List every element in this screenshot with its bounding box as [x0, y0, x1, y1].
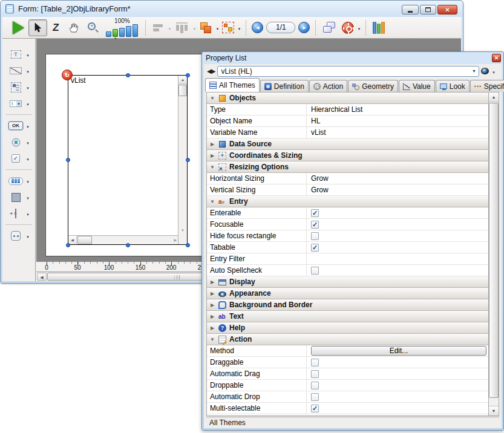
align-button-disabled[interactable]: [149, 19, 166, 36]
property-list-title-bar[interactable]: Property List: [202, 52, 503, 64]
selection-handle-top-right[interactable]: [186, 73, 190, 77]
align-dropdown-arrow[interactable]: [166, 24, 172, 32]
line-tool-button[interactable]: [5, 63, 33, 78]
disclosure-triangle[interactable]: ▶: [209, 314, 215, 319]
plugin-tool-dropdown[interactable]: [25, 232, 31, 240]
scroll-thumb[interactable]: [77, 236, 92, 244]
tab-value[interactable]: Value: [399, 80, 435, 92]
prop-value[interactable]: Hierarchical List: [307, 104, 488, 115]
zoom-bar-100-selected[interactable]: [113, 29, 118, 37]
section-row-resizing[interactable]: ▼Resizing Options: [207, 161, 488, 173]
selection-handle-top-mid[interactable]: [126, 73, 130, 77]
zoom-bar-800[interactable]: [133, 24, 138, 37]
draggable-checkbox[interactable]: [311, 359, 319, 366]
tab-look[interactable]: Look: [436, 80, 470, 92]
section-row-display[interactable]: ▶Display: [207, 276, 488, 288]
enterable-checkbox[interactable]: ✓: [311, 209, 319, 217]
maximize-button[interactable]: [420, 5, 436, 15]
tab-action[interactable]: Action: [309, 80, 347, 92]
previous-page-button[interactable]: ◀: [252, 22, 263, 33]
scroll-down-arrow[interactable]: ▼: [489, 406, 499, 415]
property-list-close-button[interactable]: ✕: [492, 54, 501, 62]
multi-selectable-checkbox[interactable]: ✓: [311, 405, 319, 412]
section-row-text[interactable]: ▶Text: [207, 311, 488, 322]
button-tool-dropdown[interactable]: [25, 122, 31, 130]
tab-specific[interactable]: Specific: [470, 80, 504, 92]
disclosure-triangle[interactable]: ▼: [209, 164, 215, 170]
scroll-right-arrow[interactable]: ▶: [174, 236, 177, 244]
zoom-bar-400[interactable]: [126, 26, 131, 37]
zoom-tool-button[interactable]: +: [83, 19, 102, 36]
object-horizontal-scrollbar[interactable]: ◀ ▶: [68, 235, 178, 244]
disclosure-triangle[interactable]: ▶: [209, 325, 215, 331]
tab-all-themes[interactable]: All Themes: [205, 78, 260, 92]
scroll-left-arrow[interactable]: ◀: [68, 236, 77, 244]
distribute-dropdown-arrow[interactable]: [191, 24, 197, 32]
rectangle-tool-dropdown[interactable]: [25, 193, 31, 201]
section-row-data-source[interactable]: ▶Data Source: [207, 138, 488, 150]
level-button[interactable]: [197, 19, 214, 36]
group-dropdown-arrow[interactable]: [236, 24, 242, 32]
checkbox-tool-dropdown[interactable]: [25, 154, 31, 163]
buttonbar-tool-dropdown[interactable]: [25, 177, 31, 185]
zoom-bars[interactable]: [106, 24, 138, 37]
level-dropdown-arrow[interactable]: [214, 24, 220, 32]
combobox-tool-dropdown[interactable]: [25, 99, 31, 108]
scroll-up-arrow[interactable]: ▲: [178, 76, 187, 84]
prop-value[interactable]: Grow: [307, 184, 488, 195]
text-tool-button[interactable]: T: [5, 47, 33, 62]
page-indicator[interactable]: 1/1: [266, 22, 295, 33]
section-row-appearance[interactable]: ▶Appearance: [207, 288, 488, 299]
checkbox-tool-button[interactable]: ✓: [5, 151, 33, 166]
radio-tool-button[interactable]: [5, 135, 33, 149]
disclosure-triangle[interactable]: ▼: [209, 337, 215, 342]
rectangle-tool-button[interactable]: [5, 190, 33, 204]
hierarchical-list-object[interactable]: vList ▲ ▼ ◀ ▶: [68, 75, 188, 245]
disclosure-triangle[interactable]: ▶: [209, 153, 215, 158]
scroll-thumb[interactable]: [489, 103, 499, 398]
splitter-tool-dropdown[interactable]: [25, 209, 31, 218]
disclosure-triangle[interactable]: ▶: [209, 142, 215, 147]
buttonbar-tool-button[interactable]: [5, 174, 33, 188]
selection-handle-mid-left[interactable]: [66, 158, 70, 162]
form-properties-dropdown-arrow[interactable]: [356, 24, 362, 32]
zoom-bar-50[interactable]: [106, 31, 111, 37]
form-properties-button[interactable]: [340, 19, 356, 36]
hide-focus-checkbox[interactable]: [311, 232, 319, 240]
title-bar[interactable]: Form: [Table_2]ObjLibraryForm* ✕: [1, 1, 463, 17]
scroll-left-arrow[interactable]: ◀: [37, 273, 47, 281]
auto-spellcheck-checkbox[interactable]: [311, 267, 319, 275]
section-row-background-border[interactable]: ▶Background and Border: [207, 299, 488, 311]
section-row-objects[interactable]: ▼Objects: [207, 93, 488, 104]
distribute-button-disabled[interactable]: [172, 19, 191, 36]
selection-tool-button[interactable]: [28, 19, 47, 36]
radio-tool-dropdown[interactable]: [25, 138, 31, 146]
view-options-dropdown[interactable]: [491, 67, 497, 76]
disclosure-triangle[interactable]: ▼: [209, 199, 215, 204]
section-row-entry[interactable]: ▼Entry: [207, 196, 488, 207]
execute-form-button[interactable]: [8, 19, 28, 36]
zoom-level-control[interactable]: 100%: [106, 18, 138, 37]
disclosure-triangle[interactable]: ▶: [209, 291, 215, 296]
prop-value[interactable]: Grow: [307, 173, 488, 184]
combobox-tool-button[interactable]: I: [5, 96, 33, 111]
section-row-help[interactable]: ▶Help: [207, 322, 488, 334]
scroll-thumb[interactable]: [178, 85, 187, 96]
tab-definition[interactable]: Definition: [260, 80, 309, 92]
move-tool-button[interactable]: [64, 19, 83, 36]
views-button[interactable]: [319, 19, 340, 36]
plugin-tool-button[interactable]: [5, 229, 33, 243]
disclosure-triangle[interactable]: ▼: [209, 96, 215, 101]
group-button[interactable]: [220, 19, 236, 36]
focusable-checkbox[interactable]: ✓: [311, 221, 319, 229]
zoom-bar-200[interactable]: [119, 28, 125, 37]
section-row-coordinates[interactable]: ▶Coordinates & Sizing: [207, 150, 488, 161]
minimize-button[interactable]: [402, 5, 419, 15]
previous-object-arrow[interactable]: ◀▶: [207, 68, 215, 74]
combo-dropdown-arrow[interactable]: ▼: [472, 67, 476, 76]
section-row-action[interactable]: ▼Action: [207, 334, 488, 345]
next-page-button[interactable]: ▶: [298, 22, 310, 33]
button-tool-button[interactable]: OK: [5, 119, 33, 133]
text-tool-dropdown[interactable]: [25, 50, 31, 59]
disclosure-triangle[interactable]: ▶: [209, 302, 215, 308]
